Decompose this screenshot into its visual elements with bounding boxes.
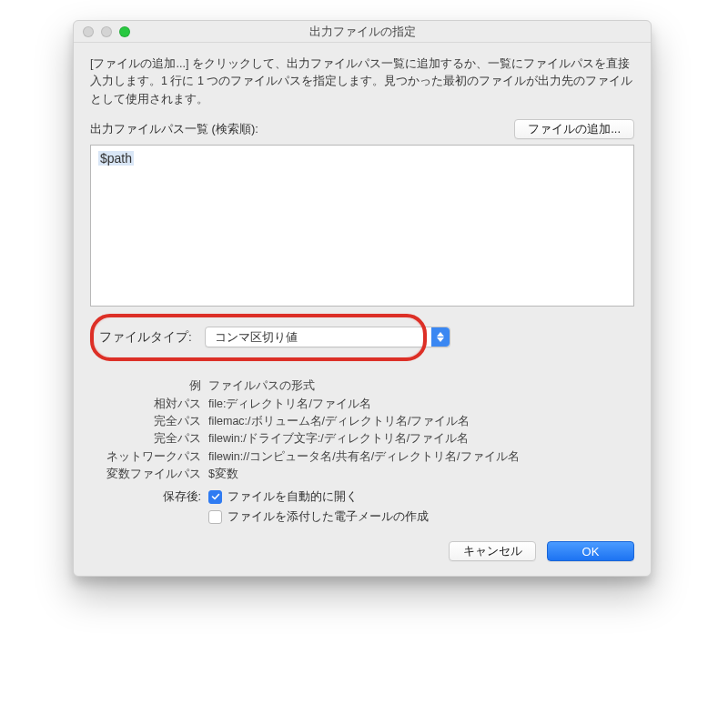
window-title: 出力ファイルの指定 — [74, 24, 651, 40]
example-label: 変数ファイルパス — [90, 466, 208, 483]
path-list-textarea[interactable]: $path — [90, 145, 634, 307]
dialog-footer: キャンセル OK — [90, 541, 634, 561]
email-attach-label: ファイルを添付した電子メールの作成 — [228, 508, 429, 525]
example-value: filemac:/ボリューム名/ディレクトリ名/ファイル名 — [208, 413, 634, 430]
example-value: file:ディレクトリ名/ファイル名 — [208, 396, 634, 413]
instruction-text: [ファイルの追加...] をクリックして、出力ファイルパス一覧に追加するか、一覧… — [90, 55, 634, 108]
add-file-button-label: ファイルの追加... — [528, 121, 621, 137]
example-value: filewin:/ドライブ文字:/ディレクトリ名/ファイル名 — [208, 430, 634, 448]
path-list-label: 出力ファイルパス一覧 (検索順): — [90, 121, 258, 137]
path-list-value: $path — [98, 151, 134, 166]
example-value: filewin://コンピュータ名/共有名/ディレクトリ名/ファイル名 — [208, 448, 634, 466]
file-type-select[interactable]: コンマ区切り値 — [205, 327, 450, 347]
add-file-button[interactable]: ファイルの追加... — [514, 119, 634, 139]
example-label: 完全パス — [90, 413, 208, 430]
cancel-button[interactable]: キャンセル — [449, 541, 536, 561]
examples-header-value: ファイルパスの形式 — [208, 377, 634, 395]
example-label: 完全パス — [90, 430, 208, 448]
ok-button-label: OK — [582, 545, 600, 558]
example-label: 相対パス — [90, 396, 208, 413]
examples-header-label: 例 — [90, 377, 208, 395]
file-type-selected: コンマ区切り値 — [215, 329, 298, 346]
examples-table: 例 ファイルパスの形式 相対パス file:ディレクトリ名/ファイル名 完全パス… — [90, 377, 634, 483]
dialog-window: 出力ファイルの指定 [ファイルの追加...] をクリックして、出力ファイルパス一… — [73, 20, 652, 577]
after-save-label: 保存後: — [90, 489, 208, 505]
chevron-up-down-icon — [431, 327, 450, 347]
cancel-button-label: キャンセル — [463, 543, 522, 559]
example-value: $変数 — [208, 466, 634, 483]
ok-button[interactable]: OK — [547, 541, 634, 561]
titlebar: 出力ファイルの指定 — [74, 21, 651, 43]
after-save-section: 保存後: ファイルを自動的に開く ファイルを添付した電子メールの作成 — [90, 488, 634, 525]
email-attach-checkbox[interactable] — [208, 510, 222, 524]
example-label: ネットワークパス — [90, 448, 208, 466]
path-list-header: 出力ファイルパス一覧 (検索順): ファイルの追加... — [90, 119, 634, 139]
open-file-checkbox[interactable] — [208, 490, 222, 504]
dialog-content: [ファイルの追加...] をクリックして、出力ファイルパス一覧に追加するか、一覧… — [74, 43, 651, 576]
file-type-label: ファイルタイプ: — [99, 329, 192, 346]
open-file-label: ファイルを自動的に開く — [228, 488, 358, 505]
file-type-row: ファイルタイプ: コンマ区切り値 — [90, 323, 634, 376]
